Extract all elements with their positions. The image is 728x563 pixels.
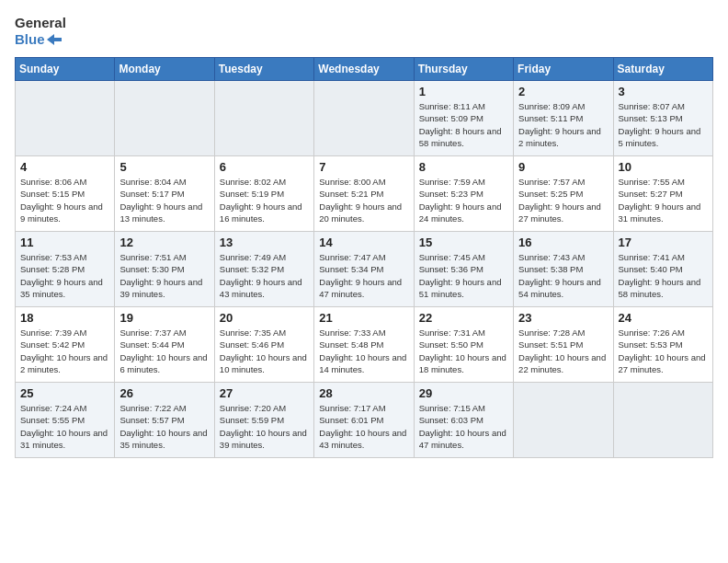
calendar-day-cell: 20Sunrise: 7:35 AM Sunset: 5:46 PM Dayli… bbox=[214, 307, 313, 383]
day-info: Sunrise: 7:49 AM Sunset: 5:32 PM Dayligh… bbox=[220, 251, 309, 300]
day-info: Sunrise: 7:45 AM Sunset: 5:36 PM Dayligh… bbox=[419, 251, 508, 300]
day-info: Sunrise: 7:59 AM Sunset: 5:23 PM Dayligh… bbox=[419, 176, 508, 224]
page-header: General Blue bbox=[15, 15, 713, 48]
calendar-day-cell: 16Sunrise: 7:43 AM Sunset: 5:38 PM Dayli… bbox=[514, 232, 613, 307]
calendar-week-row: 1Sunrise: 8:11 AM Sunset: 5:09 PM Daylig… bbox=[16, 81, 713, 156]
day-info: Sunrise: 8:06 AM Sunset: 5:15 PM Dayligh… bbox=[20, 176, 109, 224]
calendar-day-cell: 13Sunrise: 7:49 AM Sunset: 5:32 PM Dayli… bbox=[214, 232, 313, 307]
day-info: Sunrise: 8:07 AM Sunset: 5:13 PM Dayligh… bbox=[619, 100, 708, 149]
calendar-day-cell bbox=[214, 81, 313, 156]
day-number: 23 bbox=[518, 311, 608, 325]
day-info: Sunrise: 8:02 AM Sunset: 5:19 PM Dayligh… bbox=[220, 176, 309, 224]
day-number: 7 bbox=[319, 160, 408, 174]
calendar-day-cell: 29Sunrise: 7:15 AM Sunset: 6:03 PM Dayli… bbox=[414, 383, 513, 458]
day-info: Sunrise: 7:57 AM Sunset: 5:25 PM Dayligh… bbox=[518, 176, 608, 224]
day-number: 13 bbox=[220, 236, 309, 249]
weekday-header-row: SundayMondayTuesdayWednesdayThursdayFrid… bbox=[16, 58, 713, 81]
weekday-header-saturday: Saturday bbox=[613, 58, 712, 81]
day-number: 26 bbox=[119, 386, 209, 400]
calendar-day-cell: 22Sunrise: 7:31 AM Sunset: 5:50 PM Dayli… bbox=[414, 307, 513, 383]
day-number: 15 bbox=[419, 236, 508, 249]
weekday-header-thursday: Thursday bbox=[414, 58, 513, 81]
calendar-day-cell: 2Sunrise: 8:09 AM Sunset: 5:11 PM Daylig… bbox=[514, 81, 613, 156]
day-number: 1 bbox=[419, 85, 508, 98]
calendar-day-cell bbox=[115, 81, 214, 156]
day-number: 12 bbox=[119, 236, 209, 249]
day-info: Sunrise: 7:43 AM Sunset: 5:38 PM Dayligh… bbox=[518, 251, 608, 300]
day-info: Sunrise: 8:00 AM Sunset: 5:21 PM Dayligh… bbox=[319, 176, 408, 224]
calendar-day-cell bbox=[613, 383, 712, 458]
calendar-day-cell: 27Sunrise: 7:20 AM Sunset: 5:59 PM Dayli… bbox=[214, 383, 313, 458]
day-number: 22 bbox=[419, 311, 508, 325]
calendar-week-row: 11Sunrise: 7:53 AM Sunset: 5:28 PM Dayli… bbox=[16, 232, 713, 307]
day-info: Sunrise: 7:33 AM Sunset: 5:48 PM Dayligh… bbox=[319, 327, 408, 375]
calendar-day-cell: 15Sunrise: 7:45 AM Sunset: 5:36 PM Dayli… bbox=[414, 232, 513, 307]
day-info: Sunrise: 7:39 AM Sunset: 5:42 PM Dayligh… bbox=[20, 327, 109, 375]
day-number: 11 bbox=[20, 236, 109, 249]
calendar-day-cell: 17Sunrise: 7:41 AM Sunset: 5:40 PM Dayli… bbox=[613, 232, 712, 307]
weekday-header-friday: Friday bbox=[514, 58, 613, 81]
day-info: Sunrise: 7:26 AM Sunset: 5:53 PM Dayligh… bbox=[619, 327, 708, 375]
calendar-day-cell: 11Sunrise: 7:53 AM Sunset: 5:28 PM Dayli… bbox=[16, 232, 115, 307]
logo-container: General Blue bbox=[15, 15, 66, 48]
day-info: Sunrise: 7:55 AM Sunset: 5:27 PM Dayligh… bbox=[619, 176, 708, 224]
calendar-day-cell bbox=[16, 81, 115, 156]
calendar-day-cell: 21Sunrise: 7:33 AM Sunset: 5:48 PM Dayli… bbox=[314, 307, 414, 383]
day-info: Sunrise: 8:04 AM Sunset: 5:17 PM Dayligh… bbox=[119, 176, 209, 224]
day-number: 5 bbox=[119, 160, 209, 174]
day-number: 14 bbox=[319, 236, 408, 249]
day-info: Sunrise: 7:53 AM Sunset: 5:28 PM Dayligh… bbox=[20, 251, 109, 300]
day-info: Sunrise: 7:20 AM Sunset: 5:59 PM Dayligh… bbox=[220, 402, 309, 451]
calendar-page: General Blue SundayMondayTuesdayWednesda… bbox=[0, 0, 728, 465]
day-number: 28 bbox=[319, 386, 408, 400]
day-number: 29 bbox=[419, 386, 508, 400]
calendar-day-cell: 6Sunrise: 8:02 AM Sunset: 5:19 PM Daylig… bbox=[214, 156, 313, 232]
day-info: Sunrise: 7:17 AM Sunset: 6:01 PM Dayligh… bbox=[319, 402, 408, 451]
day-number: 9 bbox=[518, 160, 608, 174]
day-number: 17 bbox=[619, 236, 708, 249]
day-info: Sunrise: 8:09 AM Sunset: 5:11 PM Dayligh… bbox=[518, 100, 608, 149]
logo-general: General bbox=[15, 15, 66, 31]
calendar-week-row: 18Sunrise: 7:39 AM Sunset: 5:42 PM Dayli… bbox=[16, 307, 713, 383]
day-info: Sunrise: 7:47 AM Sunset: 5:34 PM Dayligh… bbox=[319, 251, 408, 300]
day-number: 2 bbox=[518, 85, 608, 98]
day-number: 25 bbox=[20, 386, 109, 400]
calendar-week-row: 25Sunrise: 7:24 AM Sunset: 5:55 PM Dayli… bbox=[16, 383, 713, 458]
calendar-day-cell: 1Sunrise: 8:11 AM Sunset: 5:09 PM Daylig… bbox=[414, 81, 513, 156]
weekday-header-sunday: Sunday bbox=[16, 58, 115, 81]
day-info: Sunrise: 7:22 AM Sunset: 5:57 PM Dayligh… bbox=[119, 402, 209, 451]
calendar-day-cell: 3Sunrise: 8:07 AM Sunset: 5:13 PM Daylig… bbox=[613, 81, 712, 156]
calendar-day-cell bbox=[314, 81, 414, 156]
logo-blue: Blue bbox=[15, 31, 62, 48]
day-info: Sunrise: 7:51 AM Sunset: 5:30 PM Dayligh… bbox=[119, 251, 209, 300]
weekday-header-tuesday: Tuesday bbox=[214, 58, 313, 81]
weekday-header-monday: Monday bbox=[115, 58, 214, 81]
calendar-day-cell: 10Sunrise: 7:55 AM Sunset: 5:27 PM Dayli… bbox=[613, 156, 712, 232]
day-info: Sunrise: 7:15 AM Sunset: 6:03 PM Dayligh… bbox=[419, 402, 508, 451]
day-number: 19 bbox=[119, 311, 209, 325]
day-number: 27 bbox=[220, 386, 309, 400]
calendar-day-cell: 28Sunrise: 7:17 AM Sunset: 6:01 PM Dayli… bbox=[314, 383, 414, 458]
calendar-day-cell: 12Sunrise: 7:51 AM Sunset: 5:30 PM Dayli… bbox=[115, 232, 214, 307]
day-info: Sunrise: 7:24 AM Sunset: 5:55 PM Dayligh… bbox=[20, 402, 109, 451]
day-info: Sunrise: 7:28 AM Sunset: 5:51 PM Dayligh… bbox=[518, 327, 608, 375]
day-number: 3 bbox=[619, 85, 708, 98]
calendar-day-cell bbox=[514, 383, 613, 458]
calendar-week-row: 4Sunrise: 8:06 AM Sunset: 5:15 PM Daylig… bbox=[16, 156, 713, 232]
day-number: 6 bbox=[220, 160, 309, 174]
calendar-day-cell: 26Sunrise: 7:22 AM Sunset: 5:57 PM Dayli… bbox=[115, 383, 214, 458]
calendar-day-cell: 14Sunrise: 7:47 AM Sunset: 5:34 PM Dayli… bbox=[314, 232, 414, 307]
day-info: Sunrise: 7:35 AM Sunset: 5:46 PM Dayligh… bbox=[220, 327, 309, 375]
weekday-header-wednesday: Wednesday bbox=[314, 58, 414, 81]
day-number: 21 bbox=[319, 311, 408, 325]
calendar-table: SundayMondayTuesdayWednesdayThursdayFrid… bbox=[15, 57, 713, 458]
day-info: Sunrise: 7:37 AM Sunset: 5:44 PM Dayligh… bbox=[119, 327, 209, 375]
logo: General Blue bbox=[15, 15, 66, 48]
calendar-day-cell: 19Sunrise: 7:37 AM Sunset: 5:44 PM Dayli… bbox=[115, 307, 214, 383]
calendar-day-cell: 7Sunrise: 8:00 AM Sunset: 5:21 PM Daylig… bbox=[314, 156, 414, 232]
day-info: Sunrise: 7:41 AM Sunset: 5:40 PM Dayligh… bbox=[619, 251, 708, 300]
day-info: Sunrise: 8:11 AM Sunset: 5:09 PM Dayligh… bbox=[419, 100, 508, 149]
calendar-day-cell: 4Sunrise: 8:06 AM Sunset: 5:15 PM Daylig… bbox=[16, 156, 115, 232]
day-number: 4 bbox=[20, 160, 109, 174]
calendar-day-cell: 18Sunrise: 7:39 AM Sunset: 5:42 PM Dayli… bbox=[16, 307, 115, 383]
